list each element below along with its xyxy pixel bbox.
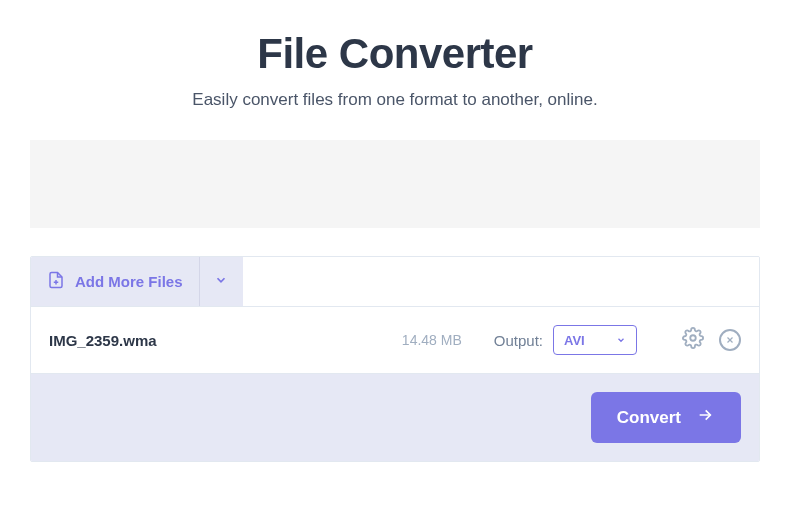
svg-point-2 bbox=[690, 335, 696, 341]
chevron-down-icon bbox=[616, 331, 626, 349]
chevron-down-icon bbox=[214, 273, 228, 291]
add-more-files-label: Add More Files bbox=[75, 273, 183, 290]
close-icon bbox=[725, 331, 735, 349]
file-name: IMG_2359.wma bbox=[49, 332, 402, 349]
file-row: IMG_2359.wma 14.48 MB Output: AVI bbox=[31, 306, 759, 373]
file-size: 14.48 MB bbox=[402, 332, 462, 348]
ad-placeholder bbox=[30, 140, 760, 228]
page-subtitle: Easily convert files from one format to … bbox=[30, 90, 760, 110]
converter-panel: Add More Files IMG_2359.wma 14.48 MB Out… bbox=[30, 256, 760, 462]
add-more-files-button[interactable]: Add More Files bbox=[31, 257, 199, 306]
add-more-dropdown-button[interactable] bbox=[199, 257, 243, 306]
add-bar: Add More Files bbox=[31, 257, 759, 306]
convert-button[interactable]: Convert bbox=[591, 392, 741, 443]
arrow-right-icon bbox=[695, 407, 715, 428]
output-format-select[interactable]: AVI bbox=[553, 325, 637, 355]
page-title: File Converter bbox=[30, 30, 760, 78]
convert-button-label: Convert bbox=[617, 408, 681, 428]
output-format-value: AVI bbox=[564, 333, 585, 348]
settings-button[interactable] bbox=[681, 328, 705, 352]
file-add-icon bbox=[47, 270, 65, 293]
remove-file-button[interactable] bbox=[719, 329, 741, 351]
gear-icon bbox=[682, 327, 704, 353]
footer-bar: Convert bbox=[31, 373, 759, 461]
output-label: Output: bbox=[494, 332, 543, 349]
